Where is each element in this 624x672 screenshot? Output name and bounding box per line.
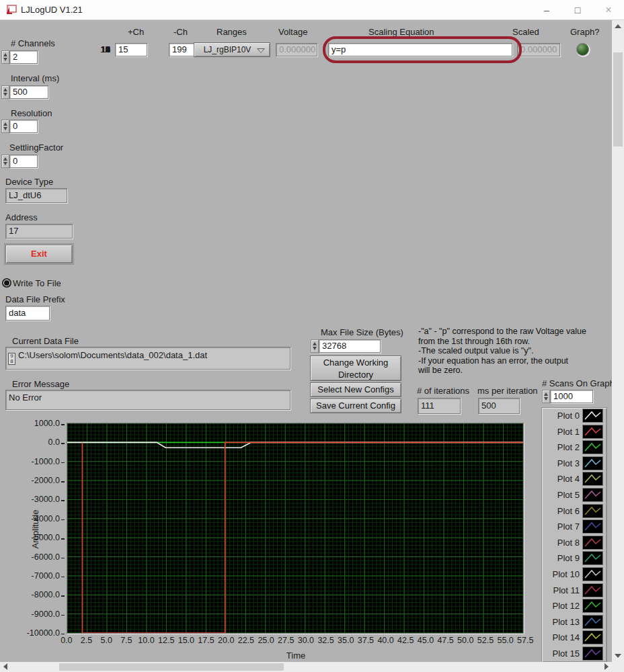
legend-item[interactable]: Plot 4 xyxy=(542,471,607,487)
scaling-notes: -"a" - "p" correspond to the raw Voltage… xyxy=(418,327,617,376)
table-row: 15 15 199 LJ_rgBIP10V 0.000000 y=p 0.000… xyxy=(0,42,624,59)
note-line: from the 1st through 16th row. xyxy=(418,337,617,347)
legend-label: Plot 15 xyxy=(553,648,580,659)
legend-label: Plot 7 xyxy=(557,521,580,532)
x-tick-label: 22.5 xyxy=(236,636,256,645)
select-new-configs-button[interactable]: Select New Configs xyxy=(310,382,401,397)
legend-item[interactable]: Plot 10 xyxy=(542,566,607,583)
legend-line-sample xyxy=(582,630,603,644)
y-tick-label: -9000.0 xyxy=(12,610,65,619)
legend-item[interactable]: Plot 2 xyxy=(542,439,607,456)
legend-item[interactable]: Plot 13 xyxy=(542,614,607,630)
y-tick-label: 0.0 xyxy=(12,437,65,447)
error-message-field: No Error xyxy=(5,390,290,410)
chevron-down-icon xyxy=(257,48,265,53)
y-tick-label: -1000.0 xyxy=(12,457,65,466)
scroll-right-icon[interactable] xyxy=(604,663,609,670)
x-tick-label: 37.5 xyxy=(356,636,376,645)
x-tick-label: 55.0 xyxy=(496,636,516,645)
x-tick-label: 7.5 xyxy=(116,636,136,645)
legend-label: Plot 0 xyxy=(557,411,580,421)
range-dropdown[interactable]: LJ_rgBIP10V xyxy=(194,42,270,57)
legend-line-sample xyxy=(582,646,603,661)
vertical-scrollbar[interactable] xyxy=(612,20,624,662)
scans-on-graph-stepper[interactable] xyxy=(542,390,550,403)
legend-item[interactable]: Plot 3 xyxy=(542,456,607,472)
scroll-up-icon[interactable] xyxy=(615,24,621,28)
y-axis-title: Amplitude xyxy=(30,510,40,549)
legend-item[interactable]: Plot 11 xyxy=(542,583,607,599)
waveform-graph[interactable] xyxy=(67,423,524,634)
legend-label: Plot 11 xyxy=(553,585,580,595)
legend-item[interactable]: Plot 0 xyxy=(542,408,607,424)
path-icon[interactable]: 98 xyxy=(8,353,15,365)
maximize-button[interactable]: □ xyxy=(562,0,593,20)
legend-line-sample xyxy=(582,615,603,629)
legend-item[interactable]: Plot 8 xyxy=(542,535,607,551)
x-tick-label: 25.0 xyxy=(256,636,276,645)
x-tick-label: 10.0 xyxy=(136,636,157,645)
graph-led[interactable] xyxy=(576,43,589,56)
x-tick-label: 27.5 xyxy=(276,636,296,645)
legend-label: Plot 4 xyxy=(557,474,580,484)
legend-label: Plot 1 xyxy=(557,427,580,437)
iterations-display: 111 xyxy=(418,398,461,414)
vertical-scrollbar-thumb[interactable] xyxy=(613,52,623,146)
legend-line-sample xyxy=(582,440,603,454)
col-header-nch: -Ch xyxy=(173,27,188,37)
y-tick-label: -3000.0 xyxy=(12,495,65,504)
change-working-directory-button[interactable]: Change Working Directory xyxy=(310,355,401,381)
ms-per-iteration-label: ms per iteration xyxy=(477,386,538,396)
max-file-size-stepper[interactable] xyxy=(311,339,319,353)
x-tick-label: 2.5 xyxy=(77,636,97,645)
legend-label: Plot 13 xyxy=(553,617,580,627)
legend-item[interactable]: Plot 7 xyxy=(542,519,607,535)
legend-label: Plot 6 xyxy=(557,506,580,516)
equation-input[interactable]: y=p xyxy=(328,43,512,56)
legend-line-sample xyxy=(582,567,603,581)
legend-item[interactable]: Plot 12 xyxy=(542,598,607,614)
max-file-size-input[interactable]: 32768 xyxy=(319,339,381,353)
x-tick-label: 17.5 xyxy=(196,636,217,645)
horizontal-scrollbar[interactable] xyxy=(0,662,612,672)
legend-item[interactable]: Plot 15 xyxy=(542,646,607,662)
pch-input[interactable]: 15 xyxy=(115,43,147,56)
note-line: -If your equation has an error, the outp… xyxy=(418,356,617,366)
current-data-file-label: Current Data File xyxy=(12,336,79,346)
legend-label: Plot 2 xyxy=(557,442,580,452)
legend-line-sample xyxy=(582,551,603,565)
save-current-config-button[interactable]: Save Current Config xyxy=(310,398,401,413)
note-line: -The scaled output value is "y". xyxy=(418,346,617,356)
x-axis-title: Time xyxy=(269,650,323,661)
y-tick-label: -8000.0 xyxy=(12,590,65,599)
range-value: LJ_rgBIP10V xyxy=(204,45,251,54)
y-tick-label: -7000.0 xyxy=(12,571,65,581)
plot-legend: Plot 0 Plot 1 Plot 2 Plot 3 Plot 4 Plot … xyxy=(541,407,607,663)
x-axis-labels: 0.02.55.07.510.012.515.017.520.022.525.0… xyxy=(56,636,535,645)
legend-line-sample xyxy=(582,599,603,613)
x-tick-label: 0.0 xyxy=(56,636,77,645)
minimize-button[interactable]: – xyxy=(531,0,562,20)
scans-on-graph-input[interactable]: 1000 xyxy=(550,390,593,403)
close-button[interactable]: × xyxy=(593,0,624,20)
ms-per-iteration-display: 500 xyxy=(478,398,520,414)
x-tick-label: 30.0 xyxy=(296,636,316,645)
scroll-down-icon[interactable] xyxy=(615,654,621,658)
horizontal-scrollbar-thumb[interactable] xyxy=(59,663,284,671)
title-bar: LJLogUD V1.21 – □ × xyxy=(0,0,624,20)
col-header-scaled: Scaled xyxy=(512,27,539,37)
legend-line-sample xyxy=(582,519,603,534)
legend-item[interactable]: Plot 9 xyxy=(542,550,607,566)
legend-item[interactable]: Plot 6 xyxy=(542,503,607,519)
x-tick-label: 12.5 xyxy=(156,636,176,645)
legend-label: Plot 12 xyxy=(553,601,580,611)
x-tick-label: 42.5 xyxy=(395,636,416,645)
scroll-left-icon[interactable] xyxy=(3,663,7,670)
legend-item[interactable]: Plot 1 xyxy=(542,424,607,440)
x-tick-label: 40.0 xyxy=(376,636,396,645)
x-tick-label: 15.0 xyxy=(176,636,196,645)
legend-item[interactable]: Plot 5 xyxy=(542,487,607,503)
current-data-file-value: C:\Users\solom\Documents\data_002\data_1… xyxy=(18,350,207,360)
col-header-pch: +Ch xyxy=(128,27,144,37)
legend-item[interactable]: Plot 14 xyxy=(542,630,607,646)
